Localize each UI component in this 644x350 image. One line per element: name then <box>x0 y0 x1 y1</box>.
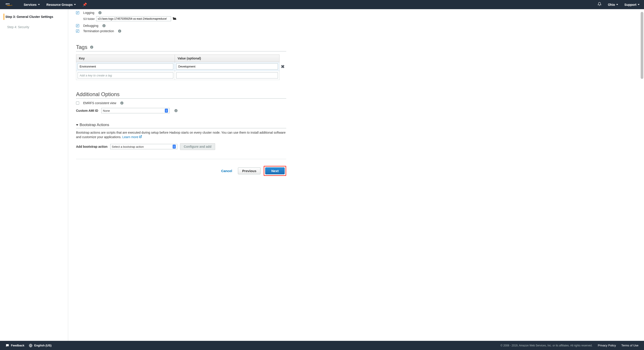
scrollbar[interactable] <box>641 9 643 341</box>
s3-folder-input[interactable] <box>96 16 171 21</box>
select-arrows-icon: ▲▼ <box>173 145 176 149</box>
logging-row: Logging i <box>76 11 286 14</box>
ami-select[interactable]: None ▲▼ <box>101 108 170 113</box>
sidebar-step-4[interactable]: Step 4: Security <box>5 24 62 30</box>
nav-region[interactable]: Ohio <box>608 3 618 6</box>
debugging-label: Debugging <box>83 24 98 27</box>
debugging-row: Debugging i <box>76 24 286 27</box>
footer: Feedback English (US) © 2008 - 2019, Ama… <box>0 341 644 350</box>
feedback-link[interactable]: Feedback <box>6 344 24 347</box>
pin-icon[interactable]: 📌 <box>82 2 87 7</box>
tag-key-input[interactable] <box>78 63 173 69</box>
termination-row: Termination protection i <box>76 29 286 33</box>
cancel-button[interactable]: Cancel <box>218 167 235 175</box>
tags-table: Key Value (optional) ✖ <box>76 54 286 80</box>
tag-new-value-input[interactable] <box>176 72 278 78</box>
ami-row: Custom AMI ID None ▲▼ i <box>76 108 286 113</box>
info-icon[interactable]: i <box>98 11 102 14</box>
external-link-icon <box>139 135 142 139</box>
svg-text:aws: aws <box>6 2 10 5</box>
main-content: Logging i S3 folder Debugging i Terminat… <box>68 9 294 341</box>
info-icon[interactable]: i <box>102 24 106 27</box>
table-row: ✖ <box>76 62 286 71</box>
delete-tag-icon[interactable]: ✖ <box>281 64 285 69</box>
termination-checkbox[interactable] <box>76 29 79 33</box>
info-icon[interactable]: i <box>118 29 121 33</box>
nav-services[interactable]: Services <box>24 3 40 6</box>
emrfs-label: EMRFS consistent view <box>83 101 116 105</box>
previous-button[interactable]: Previous <box>238 167 260 174</box>
caret-down-icon <box>74 4 76 5</box>
footer-copyright: © 2008 - 2019, Amazon Web Services, Inc.… <box>500 344 592 347</box>
language-link[interactable]: English (US) <box>29 344 52 347</box>
ami-label: Custom AMI ID <box>76 109 98 112</box>
sidebar-step-3[interactable]: Step 3: General Cluster Settings <box>4 14 62 20</box>
disclosure-icon[interactable] <box>76 124 78 126</box>
bootstrap-description: Bootstrap actions are scripts that are e… <box>76 130 286 139</box>
privacy-link[interactable]: Privacy Policy <box>598 344 616 347</box>
next-button[interactable]: Next <box>265 167 285 174</box>
tag-new-key-input[interactable] <box>78 72 173 78</box>
tags-heading: Tags i <box>76 44 286 51</box>
emrfs-checkbox[interactable] <box>76 101 79 105</box>
top-nav: aws Services Resource Groups 📌 Ohio Supp… <box>0 0 644 9</box>
button-bar: Cancel Previous Next <box>76 159 286 176</box>
svg-line-1 <box>140 135 142 137</box>
nav-support[interactable]: Support <box>624 3 640 6</box>
termination-label: Termination protection <box>83 29 114 33</box>
logging-checkbox[interactable] <box>76 11 79 14</box>
table-row <box>76 71 286 80</box>
s3-folder-label: S3 folder <box>83 17 95 20</box>
caret-down-icon <box>638 4 640 5</box>
info-icon[interactable]: i <box>120 101 124 105</box>
folder-icon[interactable] <box>172 16 176 21</box>
debugging-checkbox[interactable] <box>76 24 79 27</box>
caret-down-icon <box>616 4 618 5</box>
tags-value-header: Value (optional) <box>175 55 280 62</box>
nav-resource-groups[interactable]: Resource Groups <box>46 3 76 6</box>
info-icon[interactable]: i <box>90 46 93 49</box>
configure-add-button: Configure and add <box>180 143 215 150</box>
terms-link[interactable]: Terms of Use <box>621 344 638 347</box>
sidebar: Step 3: General Cluster Settings Step 4:… <box>0 9 68 341</box>
learn-more-link[interactable]: Learn more <box>122 135 142 139</box>
logging-label: Logging <box>83 11 94 14</box>
tags-key-header: Key <box>76 55 175 62</box>
aws-logo[interactable]: aws <box>4 2 15 7</box>
select-arrows-icon: ▲▼ <box>165 109 168 113</box>
next-highlight: Next <box>264 166 286 176</box>
bell-icon[interactable] <box>598 2 602 7</box>
bootstrap-select[interactable]: Select a bootstrap action ▲▼ <box>110 144 177 149</box>
bootstrap-heading: Bootstrap Actions <box>76 123 286 128</box>
additional-heading: Additional Options <box>76 91 286 99</box>
info-icon[interactable]: i <box>174 109 178 112</box>
emrfs-row: EMRFS consistent view i <box>76 101 286 105</box>
caret-down-icon <box>38 4 40 5</box>
tag-value-input[interactable] <box>176 63 278 69</box>
add-bootstrap-label: Add bootstrap action <box>76 145 108 148</box>
